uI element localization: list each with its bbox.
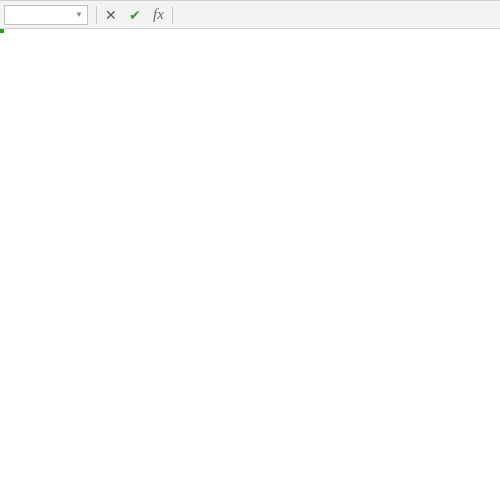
fill-handle[interactable] — [0, 29, 5, 34]
formula-toolbar: ▼ ✕ ✔ fx — [0, 1, 500, 29]
selection-outline — [0, 29, 4, 33]
fx-icon[interactable]: fx — [147, 6, 170, 23]
cancel-icon[interactable]: ✕ — [99, 5, 123, 25]
chevron-down-icon[interactable]: ▼ — [75, 10, 83, 19]
spreadsheet-grid[interactable] — [0, 29, 500, 500]
separator — [172, 6, 173, 24]
name-box[interactable]: ▼ — [4, 5, 88, 25]
separator — [96, 6, 97, 24]
confirm-icon[interactable]: ✔ — [123, 5, 147, 25]
